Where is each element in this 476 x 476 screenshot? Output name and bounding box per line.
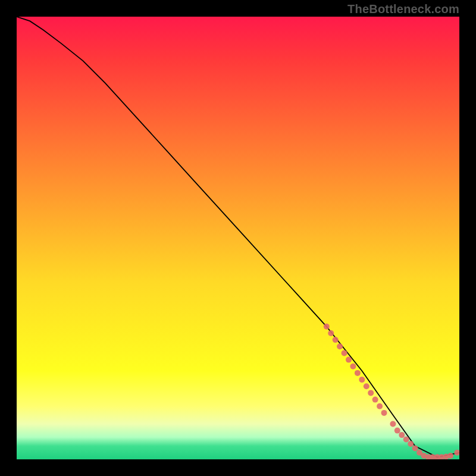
svg-point-14 — [390, 421, 396, 427]
svg-point-4 — [342, 350, 347, 356]
svg-point-9 — [364, 383, 369, 389]
svg-point-3 — [337, 343, 343, 349]
svg-point-2 — [333, 337, 339, 343]
svg-point-0 — [324, 324, 330, 330]
svg-point-16 — [399, 432, 405, 438]
svg-point-17 — [403, 437, 409, 443]
svg-point-13 — [381, 410, 387, 416]
svg-point-18 — [408, 441, 414, 447]
curve-line — [17, 17, 459, 457]
svg-point-1 — [328, 330, 334, 336]
highlight-markers — [324, 324, 459, 459]
svg-point-27 — [447, 453, 453, 459]
svg-point-28 — [454, 450, 459, 456]
svg-point-19 — [412, 445, 418, 451]
watermark-text: TheBottleneck.com — [347, 2, 459, 16]
svg-point-11 — [372, 397, 378, 403]
svg-point-12 — [377, 403, 383, 409]
svg-point-6 — [350, 364, 356, 369]
svg-point-8 — [359, 377, 365, 383]
svg-point-10 — [368, 390, 374, 396]
svg-point-15 — [394, 428, 400, 434]
chart-overlay — [17, 17, 459, 459]
svg-point-7 — [355, 370, 361, 376]
svg-point-5 — [346, 357, 352, 363]
chart-container: TheBottleneck.com — [0, 0, 476, 476]
